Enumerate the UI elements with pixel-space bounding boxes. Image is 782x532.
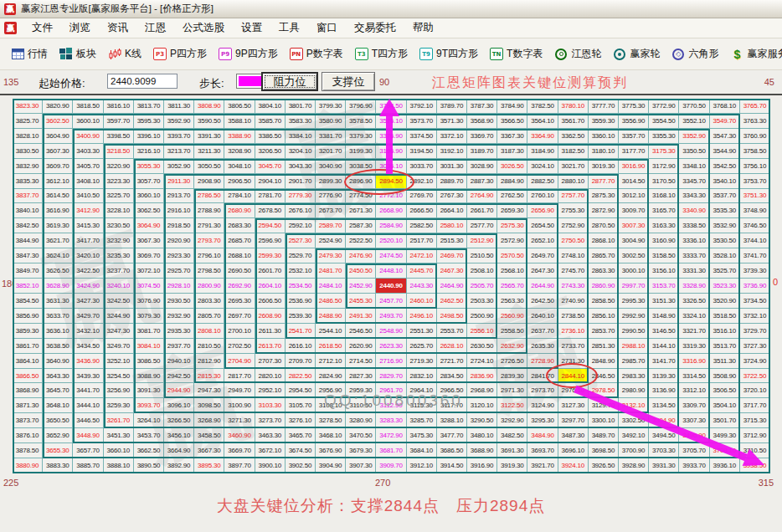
grid-cell-r7c12[interactable]: 2774.50 bbox=[346, 189, 376, 204]
menu-item-gann[interactable]: 江恩 bbox=[136, 19, 174, 37]
grid-cell-r4c17[interactable]: 3187.30 bbox=[497, 144, 527, 159]
grid-cell-r7c24[interactable]: 3537.70 bbox=[710, 189, 740, 204]
grid-cell-r20c16[interactable]: 2968.90 bbox=[467, 383, 497, 398]
grid-cell-r17c21[interactable]: 2988.10 bbox=[619, 339, 649, 354]
grid-cell-r17c12[interactable]: 2620.90 bbox=[346, 339, 376, 354]
grid-cell-r23c5[interactable]: 3453.70 bbox=[134, 428, 164, 443]
grid-cell-r21c15[interactable]: 3117.70 bbox=[437, 398, 467, 413]
resistance-button[interactable]: 阻力位 bbox=[261, 72, 318, 91]
grid-cell-r25c2[interactable]: 3883.30 bbox=[43, 458, 73, 473]
grid-cell-r13c16[interactable]: 2505.70 bbox=[467, 279, 497, 294]
grid-cell-r12c12[interactable]: 2450.50 bbox=[346, 263, 376, 279]
grid-cell-r14c18[interactable]: 2642.50 bbox=[527, 294, 558, 309]
grid-cell-r10c6[interactable]: 2920.90 bbox=[164, 233, 194, 248]
grid-cell-r3c5[interactable]: 3396.10 bbox=[134, 129, 164, 144]
grid-cell-r1c17[interactable]: 3784.90 bbox=[497, 99, 527, 114]
grid-cell-r24c8[interactable]: 3669.70 bbox=[224, 443, 255, 458]
grid-cell-r1c20[interactable]: 3777.70 bbox=[589, 99, 619, 114]
grid-cell-r18c2[interactable]: 3640.90 bbox=[43, 354, 73, 369]
grid-cell-r22c20[interactable]: 3300.10 bbox=[589, 413, 619, 428]
grid-cell-r17c13[interactable]: 2623.30 bbox=[376, 339, 406, 354]
grid-cell-r14c24[interactable]: 3520.90 bbox=[710, 294, 740, 309]
grid-cell-r18c24[interactable]: 3511.30 bbox=[710, 354, 740, 369]
grid-cell-r2c19[interactable]: 3561.70 bbox=[558, 114, 589, 129]
grid-cell-r15c4[interactable]: 3244.90 bbox=[104, 309, 134, 324]
grid-cell-r7c18[interactable]: 2760.10 bbox=[527, 189, 558, 204]
grid-cell-r3c3[interactable]: 3400.90 bbox=[73, 129, 103, 144]
grid-cell-r1c1[interactable]: 3823.30 bbox=[13, 99, 43, 114]
grid-cell-r10c19[interactable]: 2750.50 bbox=[558, 233, 589, 248]
grid-cell-r17c1[interactable]: 3861.70 bbox=[13, 339, 43, 354]
grid-cell-r20c13[interactable]: 2961.70 bbox=[376, 383, 406, 398]
grid-cell-r10c25[interactable]: 3744.10 bbox=[740, 233, 770, 248]
grid-cell-r13c6[interactable]: 2928.10 bbox=[164, 279, 194, 294]
grid-cell-r14c11[interactable]: 2486.50 bbox=[316, 294, 346, 309]
grid-cell-r12c3[interactable]: 3422.50 bbox=[73, 263, 103, 279]
grid-cell-r15c10[interactable]: 2539.30 bbox=[286, 309, 316, 324]
grid-cell-r18c5[interactable]: 3086.50 bbox=[134, 354, 164, 369]
grid-cell-r19c9[interactable]: 2820.10 bbox=[255, 369, 286, 384]
grid-cell-r11c1[interactable]: 3847.30 bbox=[13, 248, 43, 263]
grid-cell-r24c14[interactable]: 3684.10 bbox=[407, 443, 437, 458]
grid-cell-r7c9[interactable]: 2781.70 bbox=[255, 189, 286, 204]
grid-cell-r10c11[interactable]: 2524.90 bbox=[316, 233, 346, 248]
grid-cell-r22c22[interactable]: 3304.90 bbox=[649, 413, 679, 428]
grid-cell-r7c11[interactable]: 2776.90 bbox=[316, 189, 346, 204]
toolbar-button-sectors[interactable]: 板块 bbox=[54, 42, 102, 67]
grid-cell-r5c15[interactable]: 3031.30 bbox=[437, 159, 467, 174]
grid-cell-r9c14[interactable]: 2582.50 bbox=[407, 218, 437, 233]
grid-cell-r21c8[interactable]: 3100.90 bbox=[224, 398, 255, 413]
grid-cell-r3c24[interactable]: 3547.30 bbox=[710, 129, 740, 144]
grid-cell-r23c24[interactable]: 3499.30 bbox=[710, 428, 740, 443]
grid-cell-r20c7[interactable]: 2947.30 bbox=[194, 383, 224, 398]
grid-cell-r7c1[interactable]: 3837.70 bbox=[13, 189, 43, 204]
grid-cell-r10c24[interactable]: 3530.50 bbox=[710, 233, 740, 248]
grid-cell-r15c14[interactable]: 2496.10 bbox=[407, 309, 437, 324]
grid-cell-r21c3[interactable]: 3444.10 bbox=[73, 398, 103, 413]
grid-cell-r21c18[interactable]: 3124.90 bbox=[527, 398, 558, 413]
grid-cell-r2c13[interactable]: 3576.10 bbox=[376, 114, 406, 129]
grid-cell-r1c11[interactable]: 3799.30 bbox=[316, 99, 346, 114]
grid-cell-r11c5[interactable]: 3069.70 bbox=[134, 248, 164, 263]
grid-cell-r15c8[interactable]: 2697.70 bbox=[224, 309, 255, 324]
grid-cell-r3c20[interactable]: 3360.10 bbox=[589, 129, 619, 144]
grid-cell-r10c18[interactable]: 2652.10 bbox=[527, 233, 558, 248]
grid-cell-start-price-r13c13[interactable]: 2440.90 bbox=[376, 279, 406, 294]
menu-item-formula-stock-picker[interactable]: 公式选股 bbox=[174, 19, 233, 37]
grid-cell-r11c9[interactable]: 2599.30 bbox=[255, 248, 286, 263]
grid-cell-r4c21[interactable]: 3177.70 bbox=[619, 144, 649, 159]
grid-cell-r22c3[interactable]: 3446.50 bbox=[73, 413, 103, 428]
grid-cell-r2c22[interactable]: 3554.50 bbox=[649, 114, 679, 129]
grid-cell-r19c24[interactable]: 3508.90 bbox=[710, 369, 740, 384]
grid-cell-r25c23[interactable]: 3933.70 bbox=[679, 458, 709, 473]
grid-cell-r20c5[interactable]: 3091.30 bbox=[134, 383, 164, 398]
grid-cell-r1c22[interactable]: 3772.90 bbox=[649, 99, 679, 114]
grid-cell-r23c20[interactable]: 3489.70 bbox=[589, 428, 619, 443]
grid-cell-r8c12[interactable]: 2671.30 bbox=[346, 203, 376, 218]
grid-cell-r22c8[interactable]: 3271.30 bbox=[224, 413, 255, 428]
grid-cell-r7c7[interactable]: 2786.50 bbox=[194, 189, 224, 204]
grid-cell-r17c7[interactable]: 2810.50 bbox=[194, 339, 224, 354]
grid-cell-r2c12[interactable]: 3578.50 bbox=[346, 114, 376, 129]
grid-cell-r6c16[interactable]: 2887.30 bbox=[467, 174, 497, 189]
grid-cell-r16c20[interactable]: 2853.70 bbox=[589, 324, 619, 339]
grid-cell-r21c21[interactable]: 3132.10 bbox=[619, 398, 649, 413]
grid-cell-r10c5[interactable]: 3067.30 bbox=[134, 233, 164, 248]
grid-cell-r5c7[interactable]: 3050.50 bbox=[194, 159, 224, 174]
grid-cell-r10c17[interactable]: 2572.90 bbox=[497, 233, 527, 248]
grid-cell-r24c17[interactable]: 3691.30 bbox=[497, 443, 527, 458]
grid-cell-r9c21[interactable]: 3007.30 bbox=[619, 218, 649, 233]
grid-cell-r18c14[interactable]: 2719.30 bbox=[407, 354, 437, 369]
grid-cell-r2c17[interactable]: 3566.50 bbox=[497, 114, 527, 129]
grid-cell-r7c23[interactable]: 3343.30 bbox=[679, 189, 709, 204]
grid-cell-r3c1[interactable]: 3828.10 bbox=[13, 129, 43, 144]
grid-cell-r17c25[interactable]: 3727.30 bbox=[740, 339, 770, 354]
grid-cell-r11c20[interactable]: 2865.70 bbox=[589, 248, 619, 263]
grid-cell-r2c3[interactable]: 3600.10 bbox=[73, 114, 103, 129]
grid-cell-r13c2[interactable]: 3628.90 bbox=[43, 279, 73, 294]
grid-cell-r15c17[interactable]: 2560.90 bbox=[497, 309, 527, 324]
grid-cell-r23c21[interactable]: 3492.10 bbox=[619, 428, 649, 443]
grid-cell-r4c6[interactable]: 3213.70 bbox=[164, 144, 194, 159]
grid-cell-r9c7[interactable]: 2791.30 bbox=[194, 218, 224, 233]
grid-cell-r6c1[interactable]: 3835.30 bbox=[13, 174, 43, 189]
